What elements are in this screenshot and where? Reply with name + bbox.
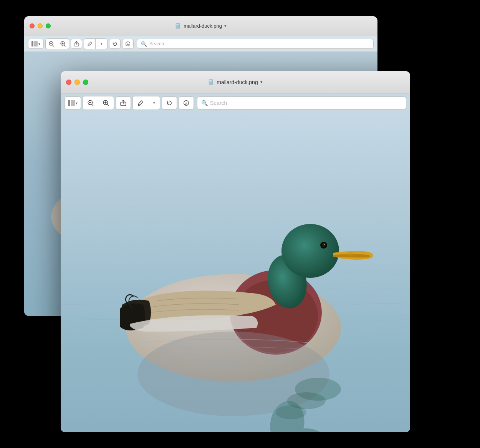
svg-text:A: A [185,102,187,106]
back-zoom-in-button[interactable] [57,39,69,49]
front-titlebar: mallard-duck.png ▾ [61,71,410,93]
svg-rect-0 [176,23,180,28]
back-search-placeholder: Search [149,41,164,46]
back-annotate-chevron-button[interactable]: ▾ [96,39,107,49]
svg-point-56 [348,252,354,256]
svg-line-7 [52,45,54,46]
back-traffic-lights [24,23,51,28]
svg-rect-32 [68,100,70,106]
front-annotate-button[interactable] [133,96,148,110]
svg-line-11 [64,45,66,46]
front-zoom-out-icon [88,100,94,106]
front-traffic-lights [61,80,88,85]
front-annotate-chevron-button[interactable]: ▾ [148,96,160,110]
front-zoom-in-button[interactable] [98,96,114,110]
svg-rect-1 [176,24,179,25]
svg-point-54 [322,243,326,247]
front-share-button[interactable] [116,96,131,110]
front-zoom-in-icon [103,100,109,106]
front-minimize-button[interactable] [74,80,80,85]
back-annotate-chevron-icon: ▾ [101,42,103,46]
back-sidebar-icon [31,41,38,46]
svg-rect-29 [209,80,213,85]
svg-point-52 [281,224,339,278]
foreground-window: mallard-duck.png ▾ ▾ [61,71,410,432]
back-rotate-button[interactable] [109,39,121,49]
back-title-text: mallard-duck.png [184,23,222,29]
svg-rect-33 [71,100,75,106]
back-zoom-out-button[interactable] [46,39,57,49]
front-zoom-out-button[interactable] [83,96,98,110]
front-annotate-group: ▾ [132,96,160,110]
back-share-icon [74,41,79,46]
back-markup-icon: A [125,41,131,46]
front-search-icon: 🔍 [201,100,208,106]
front-close-button[interactable] [66,80,71,85]
front-zoom-group [83,96,114,110]
back-title-chevron: ▾ [224,23,227,28]
front-markup-icon: A [183,100,189,106]
front-title-chevron: ▾ [260,80,263,85]
front-sidebar-chevron: ▾ [76,101,78,105]
back-maximize-button[interactable] [46,23,51,28]
back-window-title: mallard-duck.png ▾ [175,23,227,29]
back-annotate-button[interactable] [84,39,96,49]
svg-point-55 [324,244,325,245]
front-search-box[interactable]: 🔍 Search [197,96,406,110]
front-sidebar-icon [68,100,75,106]
back-sidebar-chevron: ▾ [38,42,40,46]
front-annotate-chevron-icon: ▾ [153,101,155,105]
front-toolbar: ▾ [61,93,410,113]
back-sidebar-button[interactable]: ▾ [28,39,44,49]
svg-rect-2 [176,25,178,25]
svg-rect-31 [209,81,211,81]
back-annotate-icon [87,41,93,46]
front-share-icon [120,100,126,106]
svg-rect-3 [31,41,33,46]
back-toolbar: ▾ [24,36,377,51]
front-content [61,113,410,432]
front-markup-button[interactable]: A [179,96,194,110]
front-rotate-icon [166,100,172,106]
front-title-text: mallard-duck.png [217,79,258,85]
back-titlebar: mallard-duck.png ▾ [24,16,377,36]
back-search-icon: 🔍 [141,41,147,47]
svg-text:A: A [127,43,129,46]
back-search-box[interactable]: 🔍 Search [137,39,374,49]
svg-line-36 [91,104,93,106]
back-close-button[interactable] [30,23,35,28]
front-sidebar-button[interactable]: ▾ [65,96,81,110]
back-rotate-icon [112,41,118,46]
back-zoom-in-icon [60,41,66,46]
back-minimize-button[interactable] [38,23,43,28]
svg-point-65 [276,405,306,419]
svg-rect-4 [34,41,38,46]
back-file-icon [175,23,181,29]
back-zoom-out-icon [49,41,54,46]
front-window-title: mallard-duck.png ▾ [208,79,262,85]
front-duck-image [61,113,410,432]
back-zoom-group [45,38,69,49]
back-share-button[interactable] [71,39,82,49]
back-annotate-group: ▾ [84,38,108,49]
front-file-icon [208,79,214,85]
back-markup-button[interactable]: A [122,39,134,49]
svg-rect-30 [209,80,212,81]
front-rotate-button[interactable] [162,96,177,110]
front-search-placeholder: Search [210,100,227,106]
front-maximize-button[interactable] [83,80,88,85]
svg-line-40 [107,104,109,106]
front-annotate-icon [137,100,144,106]
